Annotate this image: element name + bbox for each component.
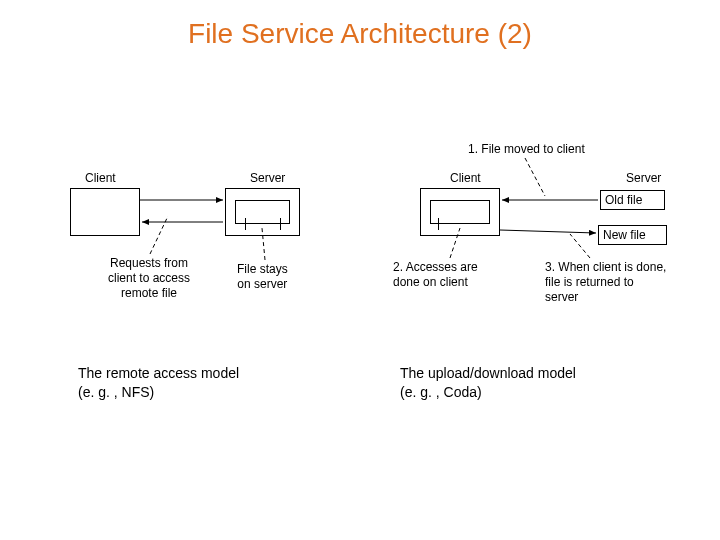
right-newfile-label: New file — [603, 228, 646, 243]
right-client-file-tick — [438, 218, 439, 230]
slide-title: File Service Architecture (2) — [0, 18, 720, 50]
left-file-box — [235, 200, 290, 224]
svg-line-6 — [525, 158, 545, 196]
left-file-tick-2 — [280, 218, 281, 230]
right-step2: 2. Accesses are done on client — [393, 260, 478, 290]
right-oldfile-label: Old file — [605, 193, 642, 208]
right-client-label: Client — [450, 171, 481, 186]
right-client-file-box — [430, 200, 490, 224]
right-step1: 1. File moved to client — [468, 142, 585, 157]
left-note-requests: Requests from client to access remote fi… — [108, 256, 190, 301]
left-note-filestays: File stays on server — [237, 262, 288, 292]
left-client-box — [70, 188, 140, 236]
svg-line-2 — [150, 216, 168, 254]
svg-line-8 — [570, 234, 590, 258]
left-client-label: Client — [85, 171, 116, 186]
right-step3: 3. When client is done, file is returned… — [545, 260, 666, 305]
svg-line-5 — [500, 230, 596, 233]
caption-right: The upload/download model (e. g. , Coda) — [400, 364, 576, 402]
left-file-tick — [245, 218, 246, 230]
left-server-label: Server — [250, 171, 285, 186]
right-server-label: Server — [626, 171, 661, 186]
caption-left: The remote access model (e. g. , NFS) — [78, 364, 239, 402]
